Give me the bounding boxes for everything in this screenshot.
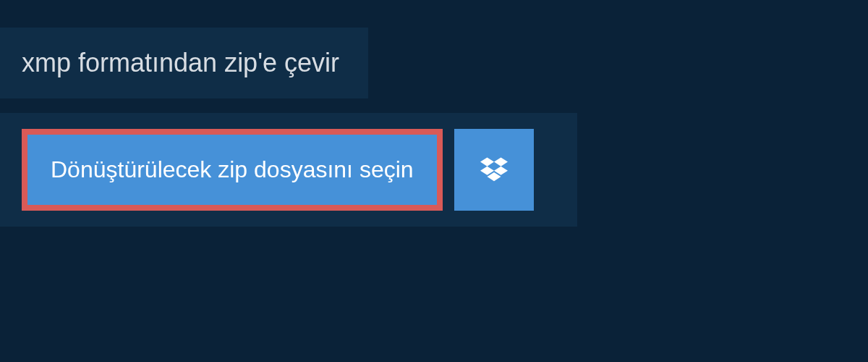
tab-header[interactable]: xmp formatından zip'e çevir [0,28,368,98]
dropbox-icon [480,157,508,183]
dropbox-button[interactable] [454,129,534,211]
button-row: Dönüştürülecek zip dosyasını seçin [22,129,556,211]
upload-panel: Dönüştürülecek zip dosyasını seçin [0,113,577,227]
select-file-button[interactable]: Dönüştürülecek zip dosyasını seçin [22,129,443,211]
